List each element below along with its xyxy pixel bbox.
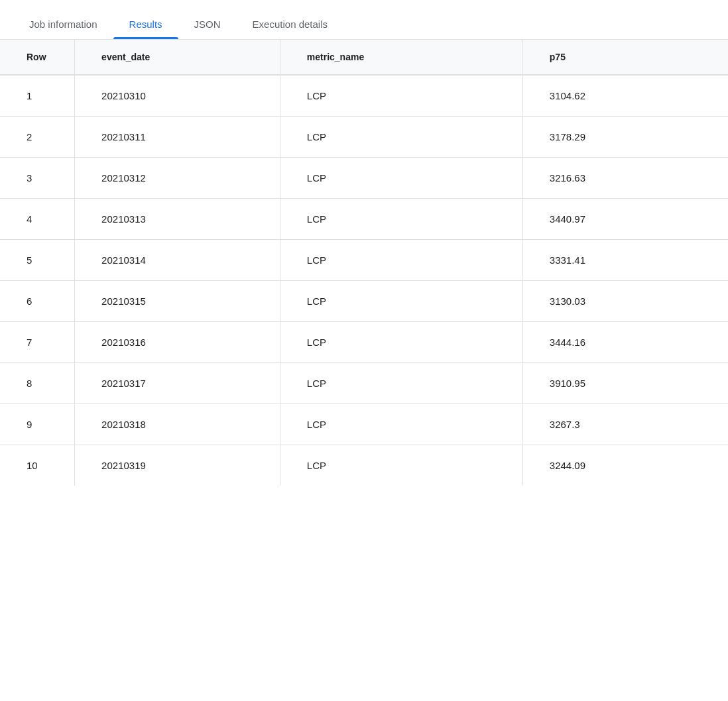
col-header-metric-name: metric_name xyxy=(280,40,522,75)
cell-event_date: 20210316 xyxy=(75,322,280,363)
cell-metric_name: LCP xyxy=(280,445,522,486)
table-row: 620210315LCP3130.03 xyxy=(0,281,728,322)
cell-p75: 3267.3 xyxy=(522,404,728,445)
cell-metric_name: LCP xyxy=(280,199,522,240)
page-container: Job informationResultsJSONExecution deta… xyxy=(0,0,728,701)
cell-event_date: 20210318 xyxy=(75,404,280,445)
table-row: 220210311LCP3178.29 xyxy=(0,117,728,158)
table-row: 420210313LCP3440.97 xyxy=(0,199,728,240)
cell-event_date: 20210313 xyxy=(75,199,280,240)
cell-metric_name: LCP xyxy=(280,158,522,199)
tab-execution-details[interactable]: Execution details xyxy=(237,19,343,39)
results-table: Row event_date metric_name p75 120210310… xyxy=(0,40,728,486)
table-row: 920210318LCP3267.3 xyxy=(0,404,728,445)
table-row: 520210314LCP3331.41 xyxy=(0,240,728,281)
cell-p75: 3244.09 xyxy=(522,445,728,486)
results-table-container: Row event_date metric_name p75 120210310… xyxy=(0,40,728,486)
cell-p75: 3130.03 xyxy=(522,281,728,322)
table-row: 320210312LCP3216.63 xyxy=(0,158,728,199)
cell-row: 6 xyxy=(0,281,75,322)
table-body: 120210310LCP3104.62220210311LCP3178.2932… xyxy=(0,75,728,486)
cell-metric_name: LCP xyxy=(280,75,522,117)
table-row: 120210310LCP3104.62 xyxy=(0,75,728,117)
cell-p75: 3216.63 xyxy=(522,158,728,199)
cell-row: 9 xyxy=(0,404,75,445)
cell-row: 4 xyxy=(0,199,75,240)
cell-metric_name: LCP xyxy=(280,117,522,158)
cell-row: 3 xyxy=(0,158,75,199)
col-header-event-date: event_date xyxy=(75,40,280,75)
cell-event_date: 20210310 xyxy=(75,75,280,117)
cell-p75: 3178.29 xyxy=(522,117,728,158)
cell-event_date: 20210315 xyxy=(75,281,280,322)
cell-row: 2 xyxy=(0,117,75,158)
cell-p75: 3444.16 xyxy=(522,322,728,363)
cell-metric_name: LCP xyxy=(280,322,522,363)
col-header-row: Row xyxy=(0,40,75,75)
cell-p75: 3910.95 xyxy=(522,363,728,404)
cell-metric_name: LCP xyxy=(280,363,522,404)
cell-event_date: 20210311 xyxy=(75,117,280,158)
cell-p75: 3104.62 xyxy=(522,75,728,117)
cell-row: 8 xyxy=(0,363,75,404)
cell-p75: 3331.41 xyxy=(522,240,728,281)
cell-p75: 3440.97 xyxy=(522,199,728,240)
cell-metric_name: LCP xyxy=(280,281,522,322)
cell-metric_name: LCP xyxy=(280,404,522,445)
cell-event_date: 20210319 xyxy=(75,445,280,486)
tab-json[interactable]: JSON xyxy=(178,19,237,39)
cell-event_date: 20210317 xyxy=(75,363,280,404)
cell-event_date: 20210312 xyxy=(75,158,280,199)
cell-metric_name: LCP xyxy=(280,240,522,281)
cell-row: 10 xyxy=(0,445,75,486)
table-header: Row event_date metric_name p75 xyxy=(0,40,728,75)
cell-row: 7 xyxy=(0,322,75,363)
tab-results[interactable]: Results xyxy=(113,19,178,39)
cell-row: 1 xyxy=(0,75,75,117)
col-header-p75: p75 xyxy=(522,40,728,75)
tab-bar: Job informationResultsJSONExecution deta… xyxy=(0,0,728,40)
table-row: 720210316LCP3444.16 xyxy=(0,322,728,363)
table-row: 820210317LCP3910.95 xyxy=(0,363,728,404)
cell-event_date: 20210314 xyxy=(75,240,280,281)
tab-job-information[interactable]: Job information xyxy=(13,19,113,39)
cell-row: 5 xyxy=(0,240,75,281)
table-row: 1020210319LCP3244.09 xyxy=(0,445,728,486)
